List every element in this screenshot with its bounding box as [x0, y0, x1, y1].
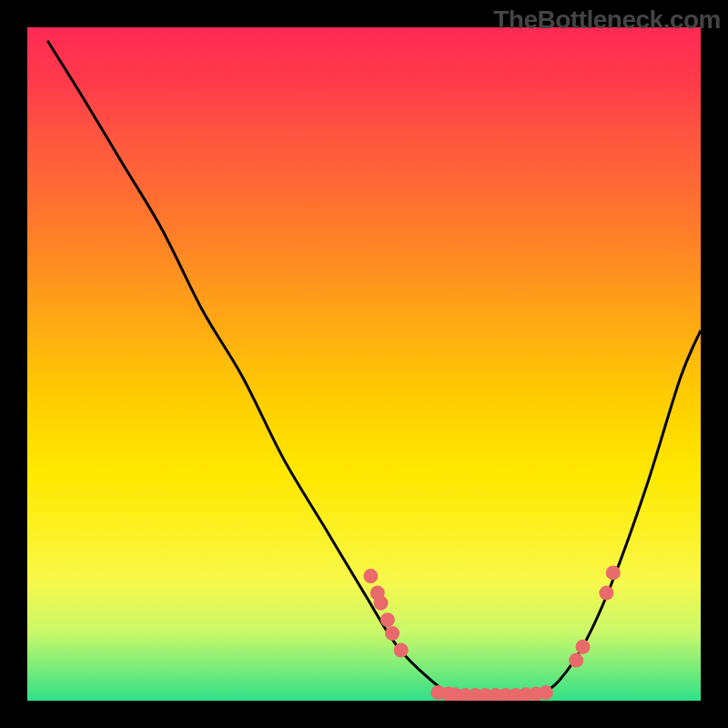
data-point — [599, 586, 613, 601]
data-point — [576, 640, 591, 654]
chart-svg — [27, 27, 701, 701]
data-point — [380, 612, 395, 627]
data-points-group — [363, 565, 620, 701]
watermark-text: TheBottleneck.com — [493, 5, 721, 35]
data-point — [363, 569, 378, 583]
data-point — [606, 565, 621, 580]
data-point — [539, 685, 553, 700]
data-point — [385, 626, 399, 641]
chart-container: TheBottleneck.com — [0, 0, 728, 728]
data-point — [374, 596, 389, 611]
data-point — [394, 643, 409, 658]
data-point — [569, 653, 583, 668]
